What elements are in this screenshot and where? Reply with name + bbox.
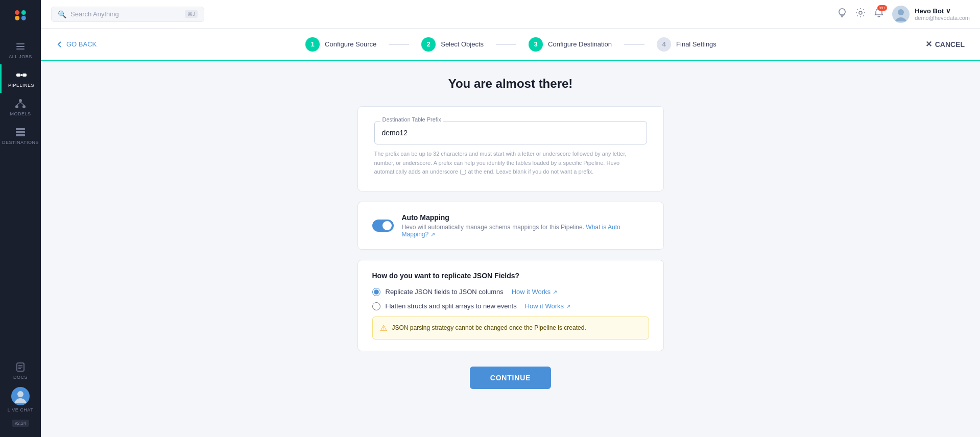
wizard-steps: 1 Configure Source 2 Select Objects 3 Co…: [107, 37, 915, 52]
sidebar-logo: [10, 5, 31, 26]
step-2-label: Select Objects: [441, 40, 484, 48]
svg-point-12: [22, 105, 26, 108]
wizard-step-3: 3 Configure Destination: [518, 37, 622, 52]
svg-rect-9: [22, 74, 27, 77]
step-4-number: 4: [662, 40, 665, 48]
search-shortcut-badge: ⌘J: [185, 10, 198, 18]
svg-rect-7: [16, 48, 25, 50]
all-jobs-icon: [15, 41, 26, 52]
json-columns-how-it-works[interactable]: How it Works ↗: [512, 288, 557, 296]
user-info[interactable]: Hevo Bot ∨ demo@hevodata.com: [892, 6, 970, 23]
step-1-number: 1: [310, 40, 314, 48]
user-details: Hevo Bot ∨ demo@hevodata.com: [915, 7, 970, 21]
sidebar: ALL JOBS PIPELINES MODELS: [0, 0, 41, 437]
svg-point-27: [898, 9, 904, 15]
ext-link-icon-1: ↗: [553, 289, 557, 295]
search-box[interactable]: 🔍 Search Anything ⌘J: [51, 7, 204, 22]
destination-prefix-input[interactable]: [374, 121, 647, 144]
continue-button[interactable]: CONTINUE: [470, 367, 552, 389]
flatten-radio[interactable]: [372, 302, 380, 310]
topbar-actions: 99+ Hevo Bot ∨ demo@hevodata.com: [837, 6, 970, 23]
sidebar-item-pipelines[interactable]: PIPELINES: [0, 64, 41, 93]
page-content: You are almost there! Destination Table …: [41, 61, 980, 437]
destinations-icon: [15, 127, 26, 138]
step-separator-1: [389, 44, 409, 45]
sidebar-item-models-label: MODELS: [10, 111, 31, 116]
svg-point-28: [895, 17, 907, 21]
svg-rect-5: [16, 43, 25, 44]
notification-count: 99+: [877, 5, 888, 11]
ext-link-icon-2: ↗: [566, 303, 570, 309]
sidebar-item-livechat[interactable]: LIVE CHAT: [8, 384, 33, 416]
json-warning-box: ⚠ JSON parsing strategy cannot be change…: [372, 317, 649, 339]
step-4-label: Final Settings: [676, 40, 716, 48]
step-2-number: 2: [427, 40, 431, 48]
cancel-button[interactable]: ✕ CANCEL: [925, 39, 965, 49]
search-placeholder-text: Search Anything: [70, 10, 181, 18]
models-icon: [15, 98, 26, 109]
auto-mapping-info: Auto Mapping Hevo will automatically man…: [402, 213, 649, 238]
auto-mapping-toggle[interactable]: [372, 220, 394, 232]
json-option-1: Replicate JSON fields to JSON columns Ho…: [372, 288, 649, 296]
livechat-avatar: [11, 387, 30, 405]
toggle-slider: [372, 220, 394, 232]
svg-point-11: [15, 105, 18, 108]
step-1-label: Configure Source: [325, 40, 376, 48]
user-email: demo@hevodata.com: [915, 15, 970, 21]
svg-point-3: [15, 16, 19, 20]
user-name: Hevo Bot ∨: [915, 7, 970, 15]
flatten-how-it-works[interactable]: How it Works ↗: [525, 302, 570, 310]
json-fields-card: How do you want to replicate JSON Fields…: [357, 260, 664, 351]
sidebar-item-pipelines-label: PIPELINES: [8, 83, 34, 88]
bulb-icon[interactable]: [837, 8, 847, 20]
wizard-header: GO BACK 1 Configure Source 2 Select Obje…: [41, 29, 980, 61]
destination-prefix-label: Destination Table Prefix: [380, 116, 443, 123]
sidebar-item-docs[interactable]: DOCS: [13, 361, 28, 380]
warning-icon: ⚠: [380, 323, 387, 333]
sidebar-item-destinations[interactable]: DESTINATIONS: [0, 122, 41, 150]
wizard-step-4: 4 Final Settings: [647, 37, 727, 52]
sidebar-item-all-jobs[interactable]: ALL JOBS: [0, 36, 41, 64]
destination-prefix-field-group: Destination Table Prefix: [374, 121, 647, 144]
go-back-button[interactable]: GO BACK: [56, 40, 97, 48]
svg-point-4: [21, 16, 26, 20]
flatten-label[interactable]: Flatten structs and split arrays to new …: [386, 302, 517, 310]
json-columns-radio[interactable]: [372, 288, 380, 296]
sidebar-item-all-jobs-label: ALL JOBS: [9, 54, 32, 59]
auto-mapping-description: Hevo will automatically manage schema ma…: [402, 224, 649, 238]
svg-rect-8: [16, 74, 20, 77]
step-1-circle: 1: [305, 37, 320, 52]
wizard-step-2: 2 Select Objects: [411, 37, 494, 52]
svg-rect-16: [16, 131, 25, 133]
cancel-label: CANCEL: [935, 40, 965, 48]
step-2-circle: 2: [421, 37, 436, 52]
json-option-2: Flatten structs and split arrays to new …: [372, 302, 649, 310]
sidebar-item-models[interactable]: MODELS: [0, 93, 41, 122]
step-separator-3: [624, 44, 644, 45]
pipelines-icon: [16, 69, 27, 81]
destination-prefix-card: Destination Table Prefix The prefix can …: [357, 106, 664, 191]
cancel-x-icon: ✕: [925, 39, 932, 49]
livechat-label: LIVE CHAT: [8, 407, 33, 412]
svg-point-2: [21, 10, 26, 15]
json-columns-label[interactable]: Replicate JSON fields to JSON columns: [386, 288, 504, 296]
json-fields-title: How do you want to replicate JSON Fields…: [372, 272, 649, 280]
svg-point-1: [15, 10, 19, 15]
json-warning-text: JSON parsing strategy cannot be changed …: [392, 324, 586, 331]
docs-label: DOCS: [13, 375, 28, 380]
svg-rect-6: [16, 46, 25, 47]
sidebar-bottom: DOCS LIVE CHAT v2.24: [8, 361, 33, 432]
notifications-icon[interactable]: 99+: [874, 8, 884, 20]
svg-point-0: [12, 7, 29, 23]
auto-mapping-card: Auto Mapping Hevo will automatically man…: [357, 202, 664, 250]
settings-icon[interactable]: [855, 8, 866, 20]
sidebar-item-destinations-label: DESTINATIONS: [2, 140, 39, 145]
topbar: 🔍 Search Anything ⌘J: [41, 0, 980, 29]
svg-point-22: [17, 391, 23, 397]
svg-point-10: [19, 99, 22, 102]
page-title: You are almost there!: [448, 77, 573, 91]
svg-line-13: [17, 102, 20, 105]
docs-icon: [15, 361, 26, 373]
wizard-step-1: 1 Configure Source: [295, 37, 387, 52]
main-area: 🔍 Search Anything ⌘J: [41, 0, 980, 437]
